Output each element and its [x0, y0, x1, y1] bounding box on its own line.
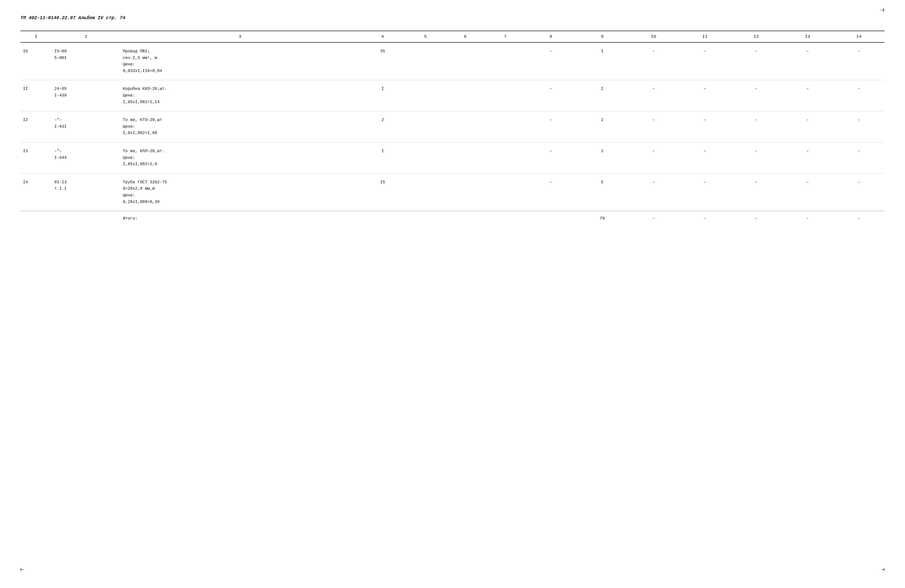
cell-r2-c3: Коробка ККО–20,шт. Цена: I,05хI,082=I,I4	[120, 80, 360, 111]
col-header-13: I3	[782, 31, 833, 43]
cell-r4-c4: I	[360, 142, 406, 173]
itogo-cell-c9: 79	[576, 211, 628, 226]
cell-r2-c9: I	[576, 80, 628, 111]
col-header-8: 8	[525, 31, 576, 43]
cell-r2-c11: –	[679, 80, 730, 111]
bottom-right-mark: ⊣	[881, 566, 884, 573]
cell-r3-c4: 2	[360, 111, 406, 143]
cell-r3-c8: –	[525, 111, 576, 143]
col-header-11: II	[679, 31, 730, 43]
cell-r4-c8: –	[525, 142, 576, 173]
cell-r1-c3: Провод ПВI₂ сеч.I,5 мм², м Цена: 0,033хI…	[120, 43, 360, 80]
cell-r2-c5	[405, 80, 445, 111]
cell-r3-c5	[405, 111, 445, 143]
cell-r2-c2: 24–05 I–439	[52, 80, 120, 111]
bottom-left-mark: ⊢	[21, 566, 24, 573]
cell-r5-c7	[485, 173, 525, 211]
itogo-cell-c1	[21, 211, 52, 226]
col-header-3: 3	[120, 31, 360, 43]
cell-r3-c12: –	[730, 111, 782, 143]
cell-r4-c2: –"– I–444	[52, 142, 120, 173]
cell-r3-c14: –	[833, 111, 884, 143]
cell-r1-c8: –	[525, 43, 576, 80]
col-header-7: 7	[485, 31, 525, 43]
itogo-cell-c4	[360, 211, 406, 226]
table-row: II24–05 I–439Коробка ККО–20,шт. Цена: I,…	[21, 80, 884, 111]
table-row: I2–"– I–43IТо же, КТО–20,шт Цена: I,0хI,…	[21, 111, 884, 143]
cell-r4-c5	[405, 142, 445, 173]
itogo-row: Итого:79–––––	[21, 211, 884, 226]
cell-r4-c10: –	[628, 142, 679, 173]
col-header-1: I	[21, 31, 52, 43]
page-header: ТП 402-11-0140.22.87 Альбом IV стр. 74	[21, 15, 884, 21]
table-row: I3–"– I–444То же, КПЛ–20,шт. Цена: I,85х…	[21, 142, 884, 173]
cell-r5-c13: –	[782, 173, 833, 211]
itogo-cell-c13: –	[782, 211, 833, 226]
itogo-cell-c12: –	[730, 211, 782, 226]
cell-r1-c7	[485, 43, 525, 80]
cell-r4-c9: 2	[576, 142, 628, 173]
cell-r2-c8: –	[525, 80, 576, 111]
col-header-9: 9	[576, 31, 628, 43]
cell-r1-c1: IO	[21, 43, 52, 80]
main-table: I 2 3 4 5 6 7 8 9 IO II I2 I3 I4 IOI5–09…	[21, 31, 884, 226]
cell-r3-c7	[485, 111, 525, 143]
cell-r3-c9: 2	[576, 111, 628, 143]
cell-r5-c5	[405, 173, 445, 211]
cell-r2-c14: –	[833, 80, 884, 111]
cell-r2-c4: I	[360, 80, 406, 111]
table-row: IOI5–09 5–00IПровод ПВI₂ сеч.I,5 мм², м …	[21, 43, 884, 80]
cell-r2-c6	[446, 80, 485, 111]
cell-r1-c14: –	[833, 43, 884, 80]
cell-r1-c12: –	[730, 43, 782, 80]
cell-r2-c12: –	[730, 80, 782, 111]
cell-r2-c10: –	[628, 80, 679, 111]
cell-r5-c12: –	[730, 173, 782, 211]
column-header-row: I 2 3 4 5 6 7 8 9 IO II I2 I3 I4	[21, 31, 884, 43]
cell-r5-c10: –	[628, 173, 679, 211]
itogo-cell-c14: –	[833, 211, 884, 226]
cell-r1-c10: –	[628, 43, 679, 80]
cell-r1-c2: I5–09 5–00I	[52, 43, 120, 80]
cell-r1-c5	[405, 43, 445, 80]
col-header-4: 4	[360, 31, 406, 43]
cell-r5-c3: Труба ГОСТ 3262–75 d=20х2,8 мм,м Цена: 0…	[120, 173, 360, 211]
col-header-2: 2	[52, 31, 120, 43]
cell-r4-c6	[446, 142, 485, 173]
cell-r5-c11: –	[679, 173, 730, 211]
cell-r5-c8: –	[525, 173, 576, 211]
col-header-6: 6	[446, 31, 485, 43]
cell-r2-c1: II	[21, 80, 52, 111]
cell-r3-c10: –	[628, 111, 679, 143]
itogo-cell-c2	[52, 211, 120, 226]
page-number-top: -4	[879, 8, 884, 13]
cell-r5-c1: I4	[21, 173, 52, 211]
cell-r3-c13: –	[782, 111, 833, 143]
cell-r3-c1: I2	[21, 111, 52, 143]
itogo-cell-c3: Итого:	[120, 211, 360, 226]
cell-r4-c14: –	[833, 142, 884, 173]
cell-r5-c9: 5	[576, 173, 628, 211]
cell-r5-c6	[446, 173, 485, 211]
cell-r3-c6	[446, 111, 485, 143]
cell-r4-c13: –	[782, 142, 833, 173]
cell-r4-c3: То же, КПЛ–20,шт. Цена: I,85хI,082=2,0	[120, 142, 360, 173]
cell-r4-c1: I3	[21, 142, 52, 173]
col-header-12: I2	[730, 31, 782, 43]
itogo-cell-c8	[525, 211, 576, 226]
itogo-cell-c7	[485, 211, 525, 226]
cell-r5-c14: –	[833, 173, 884, 211]
itogo-cell-c11: –	[679, 211, 730, 226]
cell-r5-c2: 0I–I3 т.I.I	[52, 173, 120, 211]
col-header-10: IO	[628, 31, 679, 43]
col-header-14: I4	[833, 31, 884, 43]
cell-r2-c7	[485, 80, 525, 111]
itogo-cell-c10: –	[628, 211, 679, 226]
cell-r3-c3: То же, КТО–20,шт Цена: I,0хI,082=I,08	[120, 111, 360, 143]
table-row: I40I–I3 т.I.IТруба ГОСТ 3262–75 d=20х2,8…	[21, 173, 884, 211]
cell-r3-c2: –"– I–43I	[52, 111, 120, 143]
cell-r3-c11: –	[679, 111, 730, 143]
itogo-cell-c5	[405, 211, 445, 226]
cell-r4-c11: –	[679, 142, 730, 173]
cell-r2-c13: –	[782, 80, 833, 111]
